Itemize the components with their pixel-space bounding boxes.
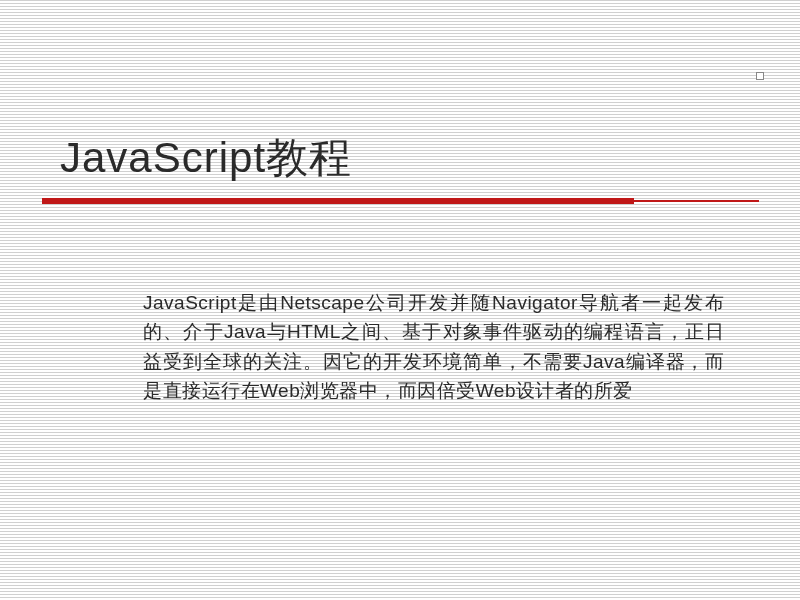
title-underline-thick [42, 198, 634, 204]
slide-body-text: JavaScript是由Netscape公司开发并随Navigator导航者一起… [143, 288, 725, 406]
slide-container: JavaScript教程 JavaScript是由Netscape公司开发并随N… [0, 0, 800, 600]
title-underline-thin [634, 200, 759, 202]
slide-title: JavaScript教程 [60, 130, 352, 186]
placeholder-marker [756, 72, 764, 80]
